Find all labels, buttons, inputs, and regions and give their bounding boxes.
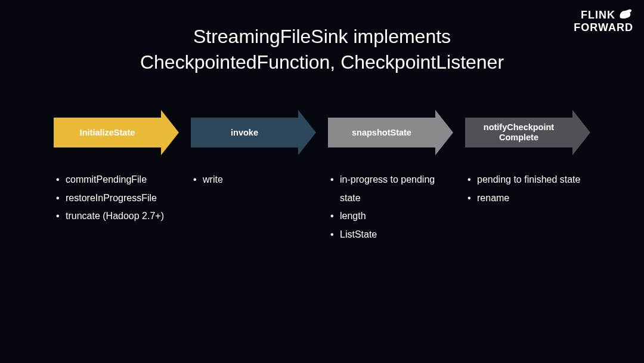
arrow-head-icon <box>298 110 316 155</box>
bullet-item: ListState <box>330 226 453 244</box>
flink-forward-logo: FLINK FORWARD <box>574 7 633 33</box>
title-line1: StreamingFileSink implements <box>0 24 644 50</box>
arrow-label: notifyCheckpointComplete <box>465 118 572 147</box>
arrow-notify-checkpoint-complete: notifyCheckpointComplete <box>465 110 590 155</box>
arrow-label: InitializeState <box>54 118 161 147</box>
arrow-snapshot-state: snapshotState <box>328 110 453 155</box>
arrow-head-icon <box>572 110 590 155</box>
bullets-invoke: write <box>191 171 316 189</box>
arrow-label: invoke <box>191 118 298 147</box>
bullet-item: pending to finished state <box>467 171 590 189</box>
step-notify-checkpoint-complete: notifyCheckpointComplete pending to fini… <box>465 110 590 244</box>
step-snapshot-state: snapshotState in-progress to pending sta… <box>328 110 453 244</box>
step-invoke: invoke write <box>191 110 316 244</box>
bullet-item: rename <box>467 189 590 207</box>
step-initialize-state: InitializeState commitPendingFile restor… <box>54 110 179 244</box>
bullet-item: restoreInProgressFile <box>56 189 179 207</box>
bullets-snapshot-state: in-progress to pending state length List… <box>328 171 453 244</box>
bullet-item: in-progress to pending state <box>330 171 453 207</box>
logo-line1: FLINK <box>581 10 615 20</box>
bullets-initialize-state: commitPendingFile restoreInProgressFile … <box>54 171 179 225</box>
logo-line2: FORWARD <box>574 22 633 33</box>
arrow-head-icon <box>435 110 453 155</box>
slide-title: StreamingFileSink implements Checkpointe… <box>0 0 644 75</box>
arrow-label: snapshotState <box>328 118 435 147</box>
title-line2: CheckpointedFunction, CheckpointListener <box>0 50 644 75</box>
arrow-invoke: invoke <box>191 110 316 155</box>
bullet-item: write <box>193 171 316 189</box>
squirrel-icon <box>618 7 633 22</box>
arrow-head-icon <box>161 110 179 155</box>
bullet-item: commitPendingFile <box>56 171 179 189</box>
arrow-initialize-state: InitializeState <box>54 110 179 155</box>
bullet-item: truncate (Hadoop 2.7+) <box>56 207 179 225</box>
bullet-item: length <box>330 207 453 225</box>
flow-diagram: InitializeState commitPendingFile restor… <box>0 110 644 244</box>
bullets-notify-checkpoint-complete: pending to finished state rename <box>465 171 590 207</box>
